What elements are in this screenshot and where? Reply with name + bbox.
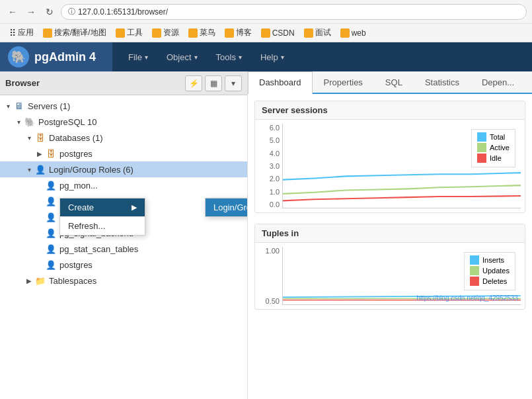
refresh-button[interactable]: ↻ xyxy=(42,5,57,19)
server-sessions-title: Server sessions xyxy=(255,101,525,120)
legend-inserts-color xyxy=(470,255,479,265)
submenu-login-role-label: Login/Group Role... xyxy=(213,202,247,212)
address-bar[interactable]: ⓘ 127.0.0.1:65131/browser/ xyxy=(61,4,527,20)
tree-item-role-6[interactable]: 👤 postgres xyxy=(0,257,247,273)
context-menu-create[interactable]: Create ▶ xyxy=(60,199,145,216)
databases-label: Databases (1) xyxy=(49,133,103,143)
tablespaces-icon: 📁 xyxy=(34,275,46,287)
role6-icon: 👤 xyxy=(45,259,57,271)
server-sessions-chart: Server sessions 6.0 5.0 4.0 3.0 2.0 1.0 … xyxy=(254,101,525,213)
databases-toggle[interactable]: ▾ xyxy=(24,132,34,143)
tuples-in-chart: Tuples in 1.00 0.50 xyxy=(254,224,525,310)
postgres-db-icon: 🗄 xyxy=(45,148,57,159)
tree-item-tablespaces[interactable]: ▶ 📁 Tablespaces xyxy=(0,273,247,288)
tab-properties[interactable]: Properties xyxy=(313,71,374,93)
context-refresh-label: Refresh... xyxy=(68,221,105,231)
server-sessions-area: 6.0 5.0 4.0 3.0 2.0 1.0 0.0 xyxy=(255,120,525,212)
legend-updates-color xyxy=(470,266,479,275)
postgres-db-label: postgres xyxy=(59,149,93,159)
postgresql-label: PostgreSQL 10 xyxy=(38,117,96,127)
servers-label: Servers (1) xyxy=(28,101,70,111)
bookmark-interview[interactable]: 面试 xyxy=(300,26,335,40)
bookmark-icon-web xyxy=(340,28,350,38)
bookmark-icon-tools xyxy=(116,28,125,38)
tree-item-databases[interactable]: ▾ 🗄 Databases (1) xyxy=(0,130,247,146)
forward-button[interactable]: → xyxy=(24,5,38,19)
bookmark-web[interactable]: web xyxy=(336,27,370,39)
role3-toggle xyxy=(34,212,45,222)
bookmark-apps[interactable]: ⠿ 应用 xyxy=(5,26,38,40)
bookmark-tools[interactable]: 工具 xyxy=(112,26,147,40)
role5-label: pg_stat_scan_tables xyxy=(59,244,138,254)
postgresql-toggle[interactable]: ▾ xyxy=(13,116,24,127)
login-roles-label: Login/Group Roles (6) xyxy=(49,165,133,175)
submenu-login-group-role[interactable]: Login/Group Role... xyxy=(206,199,247,216)
servers-toggle[interactable]: ▾ xyxy=(3,101,13,111)
role4-toggle xyxy=(34,228,45,238)
bookmark-resources[interactable]: 资源 xyxy=(148,26,183,40)
right-panel: Dashboard Properties SQL Statistics Depe… xyxy=(248,71,532,399)
dashboard-content: Server sessions 6.0 5.0 4.0 3.0 2.0 1.0 … xyxy=(248,94,532,399)
tuples-in-chart-main: Inserts Updates Deletes https://bl xyxy=(282,247,521,305)
tree-item-role-5[interactable]: 👤 pg_stat_scan_tables xyxy=(0,241,247,257)
legend-inserts: Inserts xyxy=(470,255,510,265)
tab-statistics[interactable]: Statistics xyxy=(414,71,471,93)
menu-tools[interactable]: Tools ▾ xyxy=(207,42,251,71)
bookmark-blog[interactable]: 博客 xyxy=(221,26,256,40)
bookmarks-bar: ⠿ 应用 搜索/翻译/地图 工具 资源 菜鸟 博客 CSDN 面试 web xyxy=(0,24,532,42)
role5-icon: 👤 xyxy=(45,243,57,255)
tree-item-postgres-db[interactable]: ▶ 🗄 postgres xyxy=(0,146,247,161)
browser-label: Browser xyxy=(5,78,182,88)
bookmark-icon-csdn xyxy=(261,28,270,38)
databases-icon: 🗄 xyxy=(34,132,46,144)
role6-toggle xyxy=(34,259,45,270)
context-menu: Create ▶ Refresh... xyxy=(59,198,145,236)
tab-dependencies[interactable]: Depen... xyxy=(471,71,525,93)
tuples-in-title: Tuples in xyxy=(255,224,525,243)
tuples-in-y-axis: 1.00 0.50 xyxy=(259,247,282,305)
tablespaces-toggle[interactable]: ▶ xyxy=(24,275,34,286)
context-create-label: Create xyxy=(68,202,94,212)
login-roles-toggle[interactable]: ▾ xyxy=(24,164,34,175)
menu-object[interactable]: Object ▾ xyxy=(157,42,207,71)
bookmark-icon-resources xyxy=(152,28,161,38)
file-chevron-icon: ▾ xyxy=(145,54,148,61)
legend-idle-color xyxy=(477,154,486,163)
tree-item-servers[interactable]: ▾ 🖥 Servers (1) xyxy=(0,98,247,114)
server-sessions-legend: Total Active Idle xyxy=(471,129,515,167)
tree-item-role-1[interactable]: 👤 pg_mon... xyxy=(0,177,247,193)
context-create-arrow: ▶ xyxy=(132,203,137,212)
tools-chevron-icon: ▾ xyxy=(239,54,242,61)
tree-item-login-roles[interactable]: ▾ 👤 Login/Group Roles (6) xyxy=(0,161,247,177)
menu-file[interactable]: File ▾ xyxy=(119,42,157,71)
lock-icon: ⓘ xyxy=(68,7,75,17)
tab-sql[interactable]: SQL xyxy=(374,71,414,93)
context-menu-refresh[interactable]: Refresh... xyxy=(60,217,145,235)
browser-toolbar: Browser ⚡ ▦ ▾ xyxy=(0,71,247,95)
legend-deletes-color xyxy=(470,277,479,286)
role1-toggle xyxy=(34,180,45,191)
legend-total-label: Total xyxy=(490,133,505,141)
toolbar-btn-grid[interactable]: ▦ xyxy=(205,75,222,91)
bookmark-search[interactable]: 搜索/翻译/地图 xyxy=(39,26,110,40)
role2-icon: 👤 xyxy=(45,195,57,207)
browser-bar: ← → ↻ ⓘ 127.0.0.1:65131/browser/ xyxy=(0,0,532,24)
tuples-in-area: 1.00 0.50 Inserts xyxy=(255,243,525,309)
bookmark-caoniao[interactable]: 菜鸟 xyxy=(184,26,219,40)
toolbar-btn-flash[interactable]: ⚡ xyxy=(185,75,202,91)
toolbar-btn-filter[interactable]: ▾ xyxy=(225,75,242,91)
tree-item-postgresql[interactable]: ▾ 🐘 PostgreSQL 10 xyxy=(0,114,247,130)
tab-dashboard[interactable]: Dashboard xyxy=(248,71,313,94)
role3-icon: 👤 xyxy=(45,211,57,223)
bookmark-icon-blog xyxy=(225,28,234,38)
role1-icon: 👤 xyxy=(45,179,57,191)
role1-label: pg_mon... xyxy=(59,181,98,191)
legend-updates: Updates xyxy=(470,266,510,275)
pgadmin-header: 🐘 pgAdmin 4 File ▾ Object ▾ Tools ▾ Help… xyxy=(0,42,532,71)
postgres-db-toggle[interactable]: ▶ xyxy=(34,148,45,159)
pgadmin-menu: File ▾ Object ▾ Tools ▾ Help ▾ xyxy=(119,42,293,71)
server-sessions-chart-main: Total Active Idle xyxy=(282,124,521,208)
back-button[interactable]: ← xyxy=(5,5,20,19)
bookmark-csdn[interactable]: CSDN xyxy=(257,27,299,39)
menu-help[interactable]: Help ▾ xyxy=(251,42,293,71)
